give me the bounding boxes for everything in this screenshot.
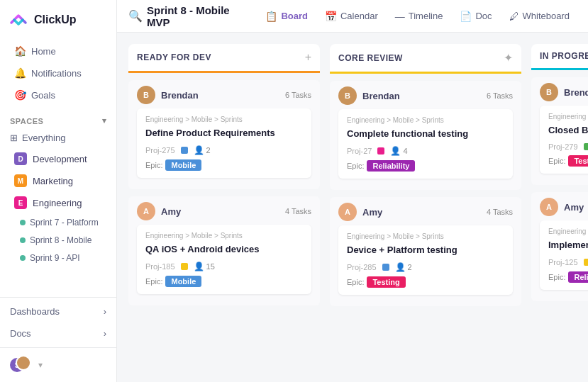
epic-badge: Mobile	[165, 276, 201, 287]
clickup-logo-icon	[9, 10, 28, 30]
tab-timeline[interactable]: — Timeline	[388, 6, 450, 26]
assignee-group-brendan-review: B Brendan 6 Tasks Engineering > Mobile >…	[330, 81, 521, 190]
assignee-name-brendan-ready: Brendan	[161, 90, 199, 101]
user-avatar-group[interactable]: S	[10, 355, 33, 375]
tab-calendar[interactable]: 📅 Calendar	[318, 6, 385, 26]
sprint9-label: Sprint 9 - API	[30, 253, 80, 263]
home-label: Home	[31, 46, 56, 57]
tab-board[interactable]: 📋 Board	[258, 6, 315, 26]
calendar-label: Calendar	[340, 11, 378, 21]
task-meta: Proj-279	[548, 142, 588, 151]
grid-icon: ⊞	[10, 133, 18, 143]
sidebar-item-goals[interactable]: 🎯 Goals	[4, 84, 112, 106]
assignee-count: 2	[206, 146, 211, 155]
task-breadcrumb: Engineering > Mobile > Sprints	[145, 232, 303, 240]
avatar-brendan: B	[540, 83, 558, 101]
sidebar-item-marketing[interactable]: M Marketing	[4, 170, 112, 191]
task-count-brendan-review: 6 Tasks	[487, 91, 513, 100]
development-badge: D	[14, 152, 27, 165]
flag-icon	[584, 143, 588, 150]
assignee-name-brendan-progress: Brendan	[564, 87, 588, 98]
task-card-progress-brendan-0[interactable]: Engineering > Mobile > Sprints Closed Be…	[540, 106, 588, 174]
epic-label: Epic:	[347, 162, 364, 170]
sprint-search-icon: 🔍	[128, 9, 143, 23]
avatar-photo	[16, 355, 31, 371]
column-add-review[interactable]: ✦	[504, 51, 513, 64]
assignees-icon: 👤	[194, 145, 204, 155]
assignee-group-amy-review: A Amy 4 Tasks Engineering > Mobile > Spr…	[330, 197, 521, 306]
assignees-icon: 👤	[194, 262, 204, 271]
assignees-icon: 👤	[390, 146, 401, 156]
task-card-ready-brendan-0[interactable]: Engineering > Mobile > Sprints Define Pr…	[137, 108, 311, 178]
assignee-group-amy-progress: A Amy 4 Tasks Engineering > Mobile > Spr…	[531, 192, 588, 301]
task-assignees: 👤 2	[194, 145, 211, 155]
notifications-label: Notifications	[31, 68, 82, 79]
column-header-progress: IN PROGRESS	[531, 44, 588, 70]
task-card-ready-amy-0[interactable]: Engineering > Mobile > Sprints QA iOS + …	[137, 225, 311, 294]
task-card-progress-amy-0[interactable]: Engineering > Mobile > Sprints Implement…	[540, 220, 588, 290]
docs-chevron-icon: ›	[104, 328, 106, 339]
task-meta: Proj-275 👤 2	[145, 145, 303, 155]
engineering-label: Engineering	[33, 198, 82, 208]
user-menu-chevron-icon[interactable]: ▾	[38, 360, 43, 370]
assignee-header-amy-ready: A Amy 4 Tasks	[137, 202, 311, 220]
assignee-header-brendan-review: B Brendan 6 Tasks	[338, 86, 513, 105]
column-progress: IN PROGRESS B Brendan 6 Tasks Engineerin…	[531, 44, 588, 371]
sidebar-sub-sprint8[interactable]: Sprint 8 - Mobile	[4, 232, 112, 249]
task-assignees: 👤 2	[395, 262, 412, 272]
sidebar-item-development[interactable]: D Development	[4, 148, 112, 169]
sidebar-sub-sprint9[interactable]: Sprint 9 - API	[4, 249, 112, 266]
sprint9-dot	[20, 255, 26, 261]
epic-label: Epic:	[347, 278, 364, 286]
sidebar-item-docs[interactable]: Docs ›	[0, 322, 116, 344]
marketing-badge: M	[14, 174, 27, 187]
sidebar-item-everything[interactable]: ⊞ Everything	[0, 128, 116, 147]
sidebar-item-home[interactable]: 🏠 Home	[4, 40, 112, 62]
tab-whiteboard[interactable]: 🖊 Whiteboard	[502, 6, 577, 26]
bell-icon: 🔔	[14, 67, 26, 79]
flag-icon	[382, 264, 389, 271]
flag-icon	[584, 259, 588, 266]
sprint8-label: Sprint 8 - Mobile	[30, 235, 91, 245]
epic-row: Epic: Reliability	[347, 160, 504, 172]
column-add-ready[interactable]: +	[305, 51, 311, 64]
task-breadcrumb: Engineering > Mobile > Sprints	[145, 116, 303, 123]
assignee-header-brendan-progress: B Brendan 6 Tasks	[540, 83, 588, 101]
avatar-amy: A	[540, 198, 558, 216]
sidebar-item-notifications[interactable]: 🔔 Notifications	[4, 62, 112, 84]
marketing-label: Marketing	[33, 176, 73, 186]
topbar: 🔍 Sprint 8 - Mobile MVP 📋 Board 📅 Calend…	[117, 0, 588, 33]
app-name: ClickUp	[34, 13, 77, 26]
main-content: 🔍 Sprint 8 - Mobile MVP 📋 Board 📅 Calend…	[117, 0, 588, 382]
task-breadcrumb: Engineering > Mobile > Sprints	[548, 113, 588, 120]
main-nav: 🏠 Home 🔔 Notifications 🎯 Goals	[0, 37, 116, 109]
task-card-review-amy-0[interactable]: Engineering > Mobile > Sprints Device + …	[338, 225, 513, 295]
epic-label: Epic:	[548, 273, 565, 281]
chevron-down-icon[interactable]: ▾	[102, 116, 107, 125]
assignee-header-amy-progress: A Amy 4 Tasks	[540, 198, 588, 216]
whiteboard-label: Whiteboard	[523, 11, 570, 21]
epic-badge: Testing	[568, 155, 588, 167]
calendar-icon: 📅	[325, 11, 337, 22]
sidebar-item-engineering[interactable]: E Engineering	[4, 192, 112, 213]
assignee-header-amy-review: A Amy 4 Tasks	[338, 203, 513, 221]
task-count-amy-review: 4 Tasks	[487, 208, 513, 216]
everything-label: Everything	[22, 133, 65, 143]
sprint7-label: Sprint 7 - Platform	[30, 218, 99, 227]
task-title: QA iOS + Android devices	[145, 243, 303, 256]
spaces-section-header: Spaces ▾	[0, 109, 116, 128]
sidebar-sub-sprint7[interactable]: Sprint 7 - Platform	[4, 214, 112, 231]
sidebar-item-dashboards[interactable]: Dashboards ›	[0, 300, 116, 322]
logo: ClickUp	[0, 0, 116, 37]
goals-icon: 🎯	[14, 89, 26, 101]
task-id: Proj-285	[347, 263, 377, 271]
task-title: Define Product Requirements	[145, 127, 303, 140]
task-title: Device + Platform testing	[347, 244, 504, 257]
flag-icon	[181, 147, 188, 154]
home-icon: 🏠	[14, 45, 26, 57]
epic-badge: Mobile	[165, 159, 201, 171]
sprint7-dot	[20, 220, 26, 225]
task-card-review-brendan-0[interactable]: Engineering > Mobile > Sprints Complete …	[338, 109, 513, 179]
dashboards-label: Dashboards	[10, 306, 60, 317]
tab-doc[interactable]: 📄 Doc	[453, 6, 499, 26]
